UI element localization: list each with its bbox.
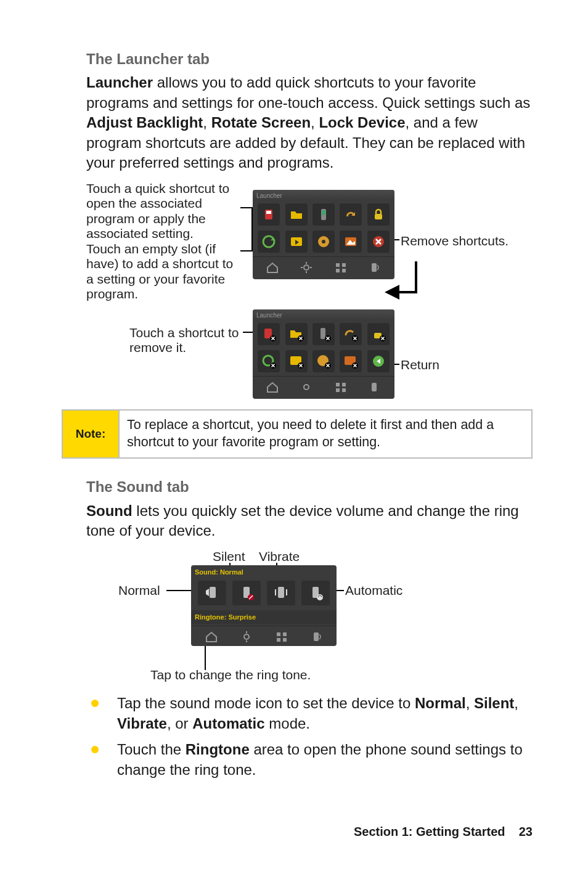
sound-mode-silent-button[interactable] — [232, 581, 261, 605]
callout-vibrate: Vibrate — [259, 549, 300, 564]
svg-rect-44 — [342, 383, 346, 386]
nav-apps-icon[interactable] — [271, 629, 293, 645]
nav-home-icon[interactable] — [200, 629, 223, 645]
launcher-paragraph: Launcher allows you to add quick shortcu… — [86, 73, 533, 173]
svg-point-42 — [304, 385, 309, 390]
callout-normal: Normal — [118, 583, 160, 598]
svg-rect-43 — [336, 383, 340, 386]
callout-silent: Silent — [213, 549, 245, 564]
panel-title: Launcher — [253, 309, 394, 321]
callout-remove-shortcuts: Remove shortcuts. — [401, 234, 508, 248]
nav-sound-icon[interactable] — [364, 379, 386, 395]
shortcut-sync-icon[interactable] — [258, 231, 280, 253]
shortcut-removable[interactable] — [312, 350, 335, 372]
shortcut-play-icon[interactable] — [285, 231, 308, 253]
svg-rect-59 — [283, 632, 287, 636]
svg-point-15 — [304, 265, 309, 270]
sound-mode-automatic-button[interactable] — [301, 581, 330, 605]
svg-rect-4 — [322, 210, 325, 215]
sound-bullet-list: Tap the sound mode icon to set the devic… — [86, 693, 533, 780]
note-text: To replace a shortcut, you need to delet… — [120, 411, 531, 457]
svg-marker-7 — [271, 238, 276, 240]
bullet-item: Tap the sound mode icon to set the devic… — [86, 693, 533, 734]
shortcut-phone-icon[interactable] — [312, 203, 335, 226]
nav-settings-icon[interactable] — [235, 629, 258, 645]
nav-apps-icon[interactable] — [330, 260, 352, 276]
svg-rect-28 — [321, 328, 325, 339]
shortcut-folder-icon[interactable] — [285, 203, 308, 226]
nav-home-icon[interactable] — [261, 379, 284, 395]
launcher-screenshot-1: Launcher — [253, 190, 394, 279]
nav-sound-icon[interactable] — [306, 629, 328, 645]
callout-touch-remove: Touch a shortcut to remove it. — [129, 325, 243, 355]
shortcut-removable[interactable] — [367, 323, 390, 345]
sound-mode-normal-button[interactable] — [198, 581, 226, 605]
svg-point-6 — [263, 236, 274, 247]
svg-point-55 — [244, 634, 249, 639]
launcher-figure: Touch a quick shortcut to open the assoc… — [86, 181, 533, 403]
note-box: Note: To replace a shortcut, you need to… — [62, 409, 533, 459]
svg-rect-24 — [372, 263, 377, 272]
shortcut-removable[interactable] — [258, 323, 280, 345]
nav-settings-icon[interactable] — [295, 260, 317, 276]
svg-rect-20 — [336, 263, 340, 267]
remove-shortcuts-button[interactable] — [367, 231, 390, 253]
sound-screenshot: Sound: Normal Ringtone: Surprise — [191, 565, 337, 646]
shortcut-removable[interactable] — [340, 323, 362, 345]
callout-automatic: Automatic — [345, 583, 402, 598]
shortcut-lock-icon[interactable] — [367, 203, 390, 226]
shortcut-removable[interactable] — [285, 350, 308, 372]
svg-rect-45 — [336, 388, 340, 392]
svg-rect-5 — [375, 214, 382, 219]
svg-rect-48 — [210, 587, 216, 598]
shortcut-removable[interactable] — [340, 350, 362, 372]
svg-rect-52 — [278, 587, 284, 598]
svg-rect-22 — [336, 269, 340, 272]
svg-rect-61 — [283, 638, 287, 642]
svg-rect-47 — [372, 383, 377, 391]
callout-open-shortcut: Touch a quick shortcut to open the assoc… — [86, 181, 240, 241]
svg-rect-2 — [266, 211, 271, 214]
nav-home-icon[interactable] — [261, 260, 284, 276]
svg-rect-62 — [314, 632, 319, 641]
callout-return: Return — [401, 358, 439, 372]
bullet-item: Touch the Ringtone area to open the phon… — [86, 740, 533, 780]
shortcut-removable[interactable] — [285, 323, 308, 345]
sound-mode-label: Sound: Normal — [191, 565, 337, 578]
callout-tap-ring: Tap to change the ring tone. — [150, 668, 311, 682]
ringtone-area[interactable]: Ringtone: Surprise — [191, 610, 337, 624]
return-button[interactable] — [367, 350, 390, 372]
shortcut-removable[interactable] — [312, 323, 335, 345]
shortcut-media-icon[interactable] — [312, 231, 335, 253]
shortcut-removable[interactable] — [258, 350, 280, 372]
launcher-screenshot-2: Launcher — [253, 309, 394, 399]
svg-rect-23 — [342, 269, 346, 272]
page-footer: Section 1: Getting Started 23 — [354, 824, 533, 840]
launcher-bold: Launcher — [86, 74, 153, 91]
svg-rect-46 — [342, 388, 346, 392]
svg-rect-58 — [277, 632, 280, 636]
note-label: Note: — [63, 411, 120, 457]
panel-title: Launcher — [253, 190, 394, 201]
nav-apps-icon[interactable] — [330, 379, 352, 395]
launcher-heading: The Launcher tab — [86, 49, 533, 69]
sound-heading: The Sound tab — [86, 477, 533, 497]
svg-rect-60 — [277, 638, 280, 642]
shortcut-image-icon[interactable] — [340, 231, 362, 253]
shortcut-rotate-icon[interactable] — [340, 203, 362, 226]
sound-figure: Silent Vibrate Normal Automatic Tap to c… — [86, 549, 533, 685]
sound-mode-vibrate-button[interactable] — [267, 581, 295, 605]
nav-sound-icon[interactable] — [364, 260, 386, 276]
svg-point-11 — [322, 240, 325, 243]
shortcut-contacts-icon[interactable] — [258, 203, 280, 226]
nav-settings-icon[interactable] — [295, 379, 317, 395]
svg-rect-21 — [342, 263, 346, 267]
svg-marker-0 — [385, 285, 399, 300]
callout-empty-slot: Touch an empty slot (if have) to add a s… — [86, 242, 240, 301]
sound-paragraph: Sound lets you quickly set the device vo… — [86, 501, 533, 541]
